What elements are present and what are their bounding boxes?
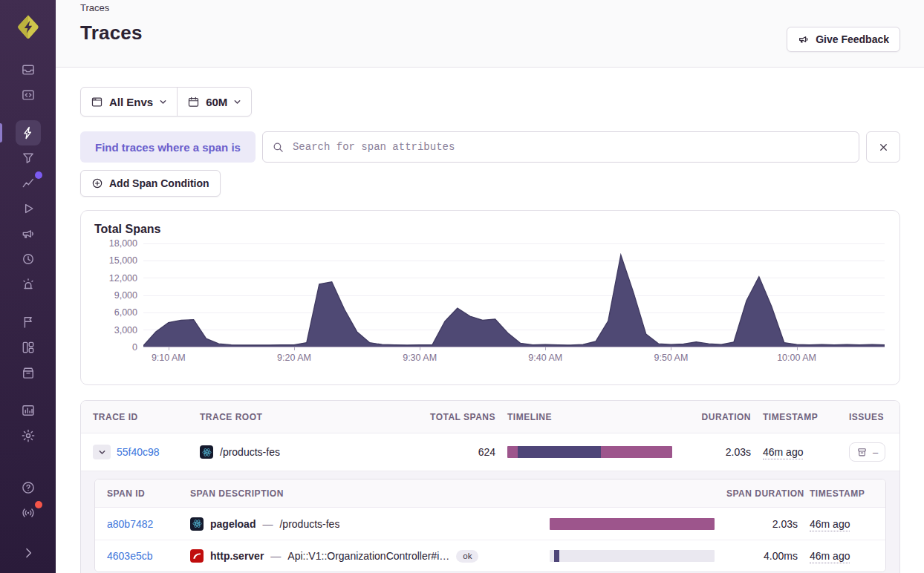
megaphone-icon — [16, 221, 41, 246]
trace-issues-button[interactable]: – — [849, 442, 885, 462]
y-tick-label: 12,000 — [109, 273, 137, 284]
issues-icon — [16, 57, 41, 82]
sidebar-item-dashboards[interactable] — [0, 335, 56, 360]
y-tick-label: 0 — [132, 342, 137, 353]
sidebar-item-metrics[interactable] — [0, 171, 56, 196]
give-feedback-button[interactable]: Give Feedback — [787, 27, 900, 52]
sidebar-item-user-feedback[interactable] — [0, 221, 56, 246]
page-title: Traces — [80, 22, 900, 45]
issues-empty-value: – — [873, 447, 878, 458]
clock-icon — [16, 246, 41, 272]
sidebar-item-crons[interactable] — [0, 246, 56, 272]
sidebar-item-help[interactable] — [0, 475, 56, 500]
projects-icon — [16, 82, 41, 108]
spans-table: SPAN ID SPAN DESCRIPTION SPAN DURATION T… — [94, 479, 886, 572]
sidebar-item-issues[interactable] — [0, 57, 56, 82]
sidebar — [0, 0, 56, 573]
sidebar-item-feature-flags[interactable] — [0, 310, 56, 335]
rails-icon — [190, 549, 204, 563]
expand-toggle-button[interactable] — [93, 445, 111, 459]
x-tick-label: 9:30 AM — [403, 353, 437, 363]
x-tick-label: 9:50 AM — [654, 353, 689, 363]
chevron-down-icon — [98, 448, 106, 456]
breadcrumb[interactable]: Traces — [80, 2, 109, 13]
clear-search-button[interactable] — [866, 131, 900, 163]
column-header-trace-id: TRACE ID — [93, 412, 188, 422]
span-id-link[interactable]: 4603e5cb — [107, 550, 153, 562]
x-tick-label: 9:40 AM — [528, 353, 562, 363]
sidebar-item-whats-new[interactable] — [0, 500, 56, 525]
span-timestamp[interactable]: 46m ago — [810, 518, 850, 531]
plus-circle-icon — [91, 177, 103, 189]
span-duration: 4.00ms — [726, 550, 798, 562]
y-tick-label: 3,000 — [114, 325, 137, 335]
notification-dot — [35, 501, 42, 508]
sidebar-item-releases[interactable] — [0, 360, 56, 385]
app-window: Traces Traces Give Feedback All Envs — [0, 0, 924, 573]
total-spans-chart-panel: Total Spans 03,0006,0009,00012,00015,000… — [80, 210, 900, 385]
sidebar-item-alerts[interactable] — [0, 272, 56, 297]
add-span-condition-label: Add Span Condition — [109, 177, 209, 189]
column-header-timeline: TIMELINE — [507, 412, 672, 422]
flag-icon — [16, 310, 41, 335]
add-span-condition-button[interactable]: Add Span Condition — [80, 170, 221, 197]
sidebar-item-settings[interactable] — [0, 423, 56, 448]
traces-table: TRACE ID TRACE ROOT TOTAL SPANS TIMELINE… — [80, 400, 900, 573]
sentry-logo[interactable] — [13, 11, 44, 42]
react-icon — [190, 517, 204, 531]
sentry-logo-icon — [13, 12, 43, 42]
active-indicator — [0, 123, 2, 143]
siren-icon — [16, 272, 41, 297]
column-header-trace-root: TRACE ROOT — [200, 412, 372, 422]
environment-filter[interactable]: All Envs — [81, 88, 177, 116]
chevron-right-icon — [16, 540, 41, 566]
sidebar-item-stats[interactable] — [0, 398, 56, 423]
sidebar-item-performance[interactable] — [0, 120, 56, 145]
chart-canvas — [143, 243, 885, 347]
traces-table-header: TRACE ID TRACE ROOT TOTAL SPANS TIMELINE… — [81, 401, 899, 433]
chevron-down-icon — [159, 98, 167, 106]
page-filter-bar: All Envs 60M — [80, 87, 252, 117]
bar-chart-icon — [16, 398, 41, 423]
sidebar-item-replays[interactable] — [0, 196, 56, 221]
search-bar — [262, 131, 859, 163]
calendar-icon — [187, 96, 200, 108]
sidebar-item-projects[interactable] — [0, 82, 56, 108]
environment-filter-label: All Envs — [109, 96, 153, 108]
chart-plot[interactable] — [143, 243, 885, 347]
column-header-span-timestamp: TIMESTAMP — [810, 488, 873, 499]
span-timeline-bar — [550, 518, 715, 530]
span-status-badge: ok — [456, 550, 478, 563]
trace-id-link[interactable]: 55f40c98 — [117, 446, 160, 458]
search-input[interactable] — [291, 140, 850, 154]
span-separator: — — [262, 518, 273, 530]
span-id-link[interactable]: a80b7482 — [107, 518, 153, 530]
trace-root-name: /products-fes — [220, 446, 280, 458]
question-icon — [16, 475, 41, 500]
sidebar-item-collapse[interactable] — [0, 540, 56, 566]
chart-title: Total Spans — [94, 223, 886, 236]
span-timestamp[interactable]: 46m ago — [810, 550, 850, 563]
trace-expanded-region: SPAN ID SPAN DESCRIPTION SPAN DURATION T… — [81, 471, 899, 573]
chart-y-axis: 03,0006,0009,00012,00015,00018,000 — [94, 243, 137, 347]
column-header-span-duration: SPAN DURATION — [726, 488, 798, 499]
column-header-duration: DURATION — [684, 412, 751, 422]
chart-area — [143, 255, 885, 347]
sidebar-item-profiling[interactable] — [0, 145, 56, 171]
x-tick-label: 9:10 AM — [152, 353, 186, 363]
react-icon — [200, 445, 213, 459]
column-header-timestamp: TIMESTAMP — [763, 412, 837, 422]
profiling-icon — [16, 145, 41, 171]
trace-timeline-bar — [507, 446, 672, 458]
notification-dot — [35, 171, 42, 179]
date-range-filter[interactable]: 60M — [178, 88, 251, 116]
span-description: Api::V1::OrganizationController#i… — [287, 550, 449, 562]
trace-row: 55f40c98 /products-fes 624 2.03s 46m ago — [81, 433, 899, 471]
span-row: a80b7482 pageload — /products-fes 2.03s — [95, 508, 885, 540]
dashboards-icon — [16, 335, 41, 360]
archive-box-icon — [856, 447, 868, 458]
trace-timestamp[interactable]: 46m ago — [763, 446, 803, 459]
chart-x-axis: 9:10 AM9:20 AM9:30 AM9:40 AM9:50 AM10:00… — [143, 347, 885, 367]
gear-icon — [16, 423, 41, 448]
window-icon — [91, 96, 103, 108]
